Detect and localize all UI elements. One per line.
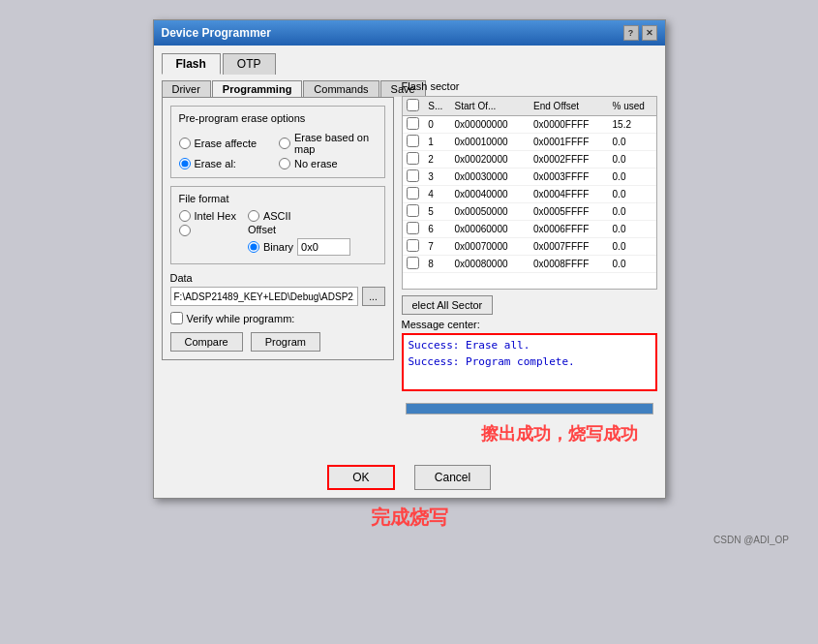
intel-hex-radio[interactable] xyxy=(179,210,191,222)
row-s-6: 6 xyxy=(424,221,450,238)
data-file-input[interactable] xyxy=(170,287,358,306)
file-format-group: File format Intel Hex xyxy=(170,186,385,264)
row-s-2: 2 xyxy=(424,151,450,169)
top-tabs: Flash OTP xyxy=(162,53,657,75)
row-end-8: 0x0008FFFF xyxy=(530,256,609,273)
row-start-5: 0x00050000 xyxy=(451,203,530,221)
table-row: 0 0x00000000 0x0000FFFF 15.2 xyxy=(403,116,656,134)
row-end-2: 0x0002FFFF xyxy=(530,151,609,169)
csdn-credit: CSDN @ADI_OP xyxy=(10,535,808,545)
row-used-6: 0.0 xyxy=(609,221,656,238)
row-start-0: 0x00000000 xyxy=(451,116,530,134)
col-header-start: Start Of... xyxy=(451,97,530,116)
row-checkbox-3[interactable] xyxy=(407,169,419,182)
row-start-3: 0x00030000 xyxy=(451,169,530,186)
erase-all-radio[interactable] xyxy=(179,158,191,169)
erase-map-radio[interactable] xyxy=(279,138,290,149)
row-used-2: 0.0 xyxy=(609,151,656,169)
ascii-radio[interactable] xyxy=(248,210,259,222)
tab-programming[interactable]: Programming xyxy=(212,80,303,97)
row-used-3: 0.0 xyxy=(609,169,656,186)
ok-button[interactable]: OK xyxy=(327,465,395,490)
row-checkbox-0[interactable] xyxy=(407,117,419,130)
binary-radio[interactable] xyxy=(248,241,259,253)
row-end-0: 0x0000FFFF xyxy=(530,116,609,134)
col-header-s: S... xyxy=(424,97,450,116)
erase-map-option: Erase based on map xyxy=(279,132,377,155)
no-erase-option: No erase xyxy=(279,158,377,169)
erase-map-label: Erase based on map xyxy=(294,132,377,155)
row-end-6: 0x0006FFFF xyxy=(530,221,609,238)
tab-otp[interactable]: OTP xyxy=(223,53,276,75)
verify-checkbox[interactable] xyxy=(170,312,183,324)
table-row: 1 0x00010000 0x0001FFFF 0.0 xyxy=(403,134,656,151)
tab-commands[interactable]: Commands xyxy=(303,80,379,97)
right-panel: Flash sector S... Start Of... End Offset xyxy=(402,80,657,445)
row-checkbox-2[interactable] xyxy=(407,152,419,165)
message-line-1: Success: Erase all. xyxy=(409,338,651,354)
row-checkbox-4[interactable] xyxy=(407,187,419,199)
verify-row: Verify while programm: xyxy=(170,312,385,324)
file-format-title: File format xyxy=(179,193,377,204)
no-erase-radio[interactable] xyxy=(279,158,290,169)
row-end-7: 0x0007FFFF xyxy=(530,238,609,256)
action-buttons: Compare Program xyxy=(170,332,385,352)
row-checkbox-6[interactable] xyxy=(407,222,419,234)
binary-label: Binary xyxy=(263,241,293,253)
format-left: Intel Hex xyxy=(179,210,236,236)
dialog-footer: OK Cancel xyxy=(154,453,665,498)
row-s-0: 0 xyxy=(424,116,450,134)
ascii-option: ASCII xyxy=(248,210,350,222)
dialog-body: Flash OTP Driver Programming Commands Sa… xyxy=(154,46,665,453)
row-s-4: 4 xyxy=(424,186,450,203)
row-checkbox-7[interactable] xyxy=(407,239,419,252)
row-checkbox-5[interactable] xyxy=(407,204,419,217)
left-panel: Driver Programming Commands Save Pre-pro… xyxy=(162,80,394,445)
close-button[interactable]: ✕ xyxy=(642,25,657,41)
title-bar: Device Programmer ? ✕ xyxy=(154,20,665,46)
row-s-1: 1 xyxy=(424,134,450,151)
row-checkbox-8[interactable] xyxy=(407,257,419,269)
progress-bar-container xyxy=(406,403,653,414)
message-box: Success: Erase all. Success: Program com… xyxy=(402,333,657,391)
col-header-end: End Offset xyxy=(530,97,609,116)
verify-label: Verify while programm: xyxy=(187,313,295,324)
row-checkbox-1[interactable] xyxy=(407,135,419,147)
table-row: 4 0x00040000 0x0004FFFF 0.0 xyxy=(403,186,656,203)
program-button[interactable]: Program xyxy=(251,332,320,352)
main-content: Driver Programming Commands Save Pre-pro… xyxy=(162,80,657,445)
inner-tab-content: Pre-program erase options Erase affecte … xyxy=(162,97,394,360)
erase-affecte-radio[interactable] xyxy=(179,138,191,149)
no-erase-label: No erase xyxy=(294,158,338,169)
format-empty-radio[interactable] xyxy=(179,225,191,236)
row-used-8: 0.0 xyxy=(609,256,656,273)
message-center-label: Message center: xyxy=(402,319,657,330)
row-s-3: 3 xyxy=(424,169,450,186)
browse-button[interactable]: ... xyxy=(362,287,385,306)
compare-button[interactable]: Compare xyxy=(170,332,243,352)
row-start-6: 0x00060000 xyxy=(451,221,530,238)
file-format-content: Intel Hex xyxy=(179,210,377,256)
table-row: 3 0x00030000 0x0003FFFF 0.0 xyxy=(403,169,656,186)
table-row: 7 0x00070000 0x0007FFFF 0.0 xyxy=(403,238,656,256)
sector-table-body: 0 0x00000000 0x0000FFFF 15.2 1 0x0001000… xyxy=(403,116,656,273)
tab-driver[interactable]: Driver xyxy=(162,80,211,97)
table-row: 2 0x00020000 0x0002FFFF 0.0 xyxy=(403,151,656,169)
help-button[interactable]: ? xyxy=(623,25,639,41)
erase-all-option: Erase al: xyxy=(179,158,277,169)
data-input-row: ... xyxy=(170,287,385,306)
row-end-3: 0x0003FFFF xyxy=(530,169,609,186)
select-all-checkbox[interactable] xyxy=(407,99,419,111)
table-row: 5 0x00050000 0x0005FFFF 0.0 xyxy=(403,203,656,221)
tab-flash[interactable]: Flash xyxy=(162,53,221,75)
row-used-4: 0.0 xyxy=(609,186,656,203)
select-all-sector-button[interactable]: elect All Sector xyxy=(402,295,494,315)
format-right: ASCII Offset Binary xyxy=(248,210,350,256)
data-label: Data xyxy=(170,272,385,284)
cancel-button[interactable]: Cancel xyxy=(414,465,491,490)
offset-input[interactable] xyxy=(297,238,350,256)
col-header-check xyxy=(403,97,425,116)
table-row: 8 0x00080000 0x0008FFFF 0.0 xyxy=(403,256,656,273)
sector-table-wrapper[interactable]: S... Start Of... End Offset % used 0 0x0… xyxy=(402,96,657,290)
pre-program-group: Pre-program erase options Erase affecte … xyxy=(170,106,385,178)
